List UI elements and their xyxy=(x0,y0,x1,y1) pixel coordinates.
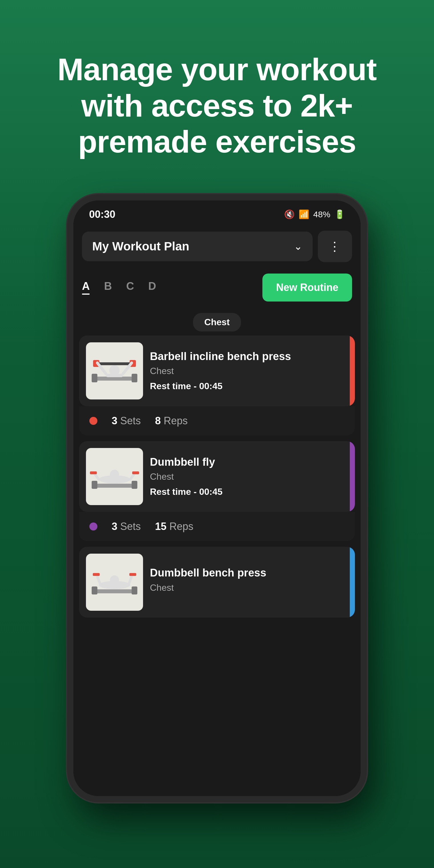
header-bar: My Workout Plan ⌄ ⋮ xyxy=(73,225,361,268)
hero-title: Manage your workout with access to 2k+ p… xyxy=(34,52,400,160)
exercise-card-inner-3: Dumbbell bench press Chest xyxy=(79,547,355,618)
exercise-name-2: Dumbbell fly xyxy=(150,456,348,469)
exercise-image-3 xyxy=(86,554,143,611)
svg-rect-8 xyxy=(106,374,123,377)
exercise-image-1 xyxy=(86,342,143,399)
svg-rect-12 xyxy=(94,484,134,488)
card-accent-2 xyxy=(350,441,355,512)
exercise-name-1: Barbell incline bench press xyxy=(150,350,348,363)
exercise-info-1: Barbell incline bench press Chest Rest t… xyxy=(150,350,348,392)
tab-a[interactable]: A xyxy=(82,280,90,294)
exercise-rest-1: Rest time - 00:45 xyxy=(150,381,348,392)
svg-rect-1 xyxy=(94,377,134,381)
tab-b[interactable]: B xyxy=(104,280,112,294)
wifi-icon: 📶 xyxy=(299,209,309,219)
exercise-card-2[interactable]: Dumbbell fly Chest Rest time - 00:45 xyxy=(73,441,361,541)
status-time: 00:30 xyxy=(89,209,115,220)
svg-rect-4 xyxy=(97,362,132,365)
section-badge: Chest xyxy=(193,313,241,332)
status-icons: 🔇 📶 48% 🔋 xyxy=(284,209,345,219)
exercise-rest-2: Rest time - 00:45 xyxy=(150,487,348,497)
sets-text-2: 3 Sets xyxy=(112,521,141,532)
exercise-name-3: Dumbbell bench press xyxy=(150,566,348,580)
phone-frame: 00:30 🔇 📶 48% 🔋 My Workout Plan ⌄ ⋮ xyxy=(67,194,367,802)
exercise-muscle-3: Chest xyxy=(150,583,348,593)
exercise-image-2 xyxy=(86,448,143,505)
chevron-down-icon: ⌄ xyxy=(294,240,302,252)
svg-rect-14 xyxy=(132,481,137,489)
new-routine-button[interactable]: New Routine xyxy=(262,274,352,302)
plan-selector[interactable]: My Workout Plan ⌄ xyxy=(82,231,313,261)
exercise-card-1[interactable]: Barbell incline bench press Chest Rest t… xyxy=(73,336,361,435)
dot-indicator-2 xyxy=(89,523,97,530)
svg-rect-3 xyxy=(132,374,137,382)
exercise-card-3[interactable]: Dumbbell bench press Chest xyxy=(73,547,361,618)
exercise-info-3: Dumbbell bench press Chest xyxy=(150,566,348,598)
svg-rect-19 xyxy=(90,471,97,474)
mute-icon: 🔇 xyxy=(284,209,294,219)
exercise-card-inner-2: Dumbbell fly Chest Rest time - 00:45 xyxy=(79,441,355,512)
exercise-muscle-2: Chest xyxy=(150,471,348,482)
svg-rect-13 xyxy=(92,481,97,489)
exercise-info-2: Dumbbell fly Chest Rest time - 00:45 xyxy=(150,456,348,497)
svg-rect-23 xyxy=(92,586,97,594)
phone-notch xyxy=(191,200,243,212)
svg-rect-20 xyxy=(132,471,139,474)
svg-rect-2 xyxy=(92,374,97,382)
exercise-muscle-1: Chest xyxy=(150,366,348,376)
sets-text-1: 3 Sets xyxy=(112,415,141,427)
tabs-list: A B C D xyxy=(82,280,156,294)
more-options-icon: ⋮ xyxy=(328,239,341,253)
svg-rect-24 xyxy=(132,586,137,594)
svg-point-26 xyxy=(110,575,119,585)
hero-section: Manage your workout with access to 2k+ p… xyxy=(0,0,434,183)
tabs-row: A B C D New Routine xyxy=(73,268,361,307)
reps-text-2: 15 Reps xyxy=(155,521,193,532)
sets-reps-row-1: 3 Sets 8 Reps xyxy=(79,406,355,435)
section-label: Chest xyxy=(73,313,361,332)
svg-rect-22 xyxy=(94,589,134,593)
reps-text-1: 8 Reps xyxy=(155,415,188,427)
plan-title: My Workout Plan xyxy=(92,240,189,253)
tab-c[interactable]: C xyxy=(126,280,134,294)
battery-text: 48% xyxy=(313,210,330,219)
tab-d[interactable]: D xyxy=(148,280,156,294)
svg-rect-30 xyxy=(129,573,136,576)
exercise-card-inner-1: Barbell incline bench press Chest Rest t… xyxy=(79,336,355,406)
app-content: My Workout Plan ⌄ ⋮ A B C D New Routine xyxy=(73,225,361,796)
svg-point-16 xyxy=(110,470,119,479)
card-accent-1 xyxy=(350,336,355,406)
card-accent-3 xyxy=(350,547,355,618)
dot-indicator-1 xyxy=(89,417,97,425)
menu-button[interactable]: ⋮ xyxy=(318,231,352,262)
phone-wrapper: 00:30 🔇 📶 48% 🔋 My Workout Plan ⌄ ⋮ xyxy=(53,194,381,868)
svg-rect-29 xyxy=(93,573,100,576)
sets-reps-row-2: 3 Sets 15 Reps xyxy=(79,512,355,541)
battery-icon: 🔋 xyxy=(334,209,345,219)
